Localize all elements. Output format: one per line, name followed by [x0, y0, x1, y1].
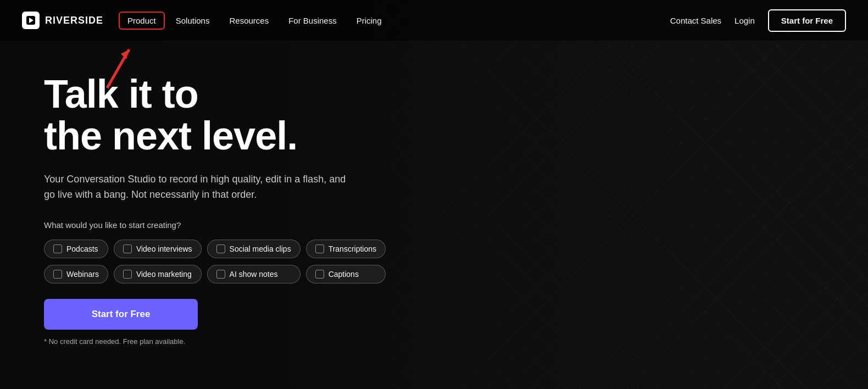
nav-item-product[interactable]: Product	[119, 12, 165, 30]
navbar: RIVERSIDE Product Solutions Resources Fo…	[0, 0, 868, 41]
logo-icon	[22, 12, 40, 29]
checkbox-ai-show-notes[interactable]: AI show notes	[207, 265, 301, 284]
checkbox-box-captions	[315, 270, 324, 279]
checkbox-label-video-marketing: Video marketing	[136, 270, 192, 279]
checkbox-box-social-media-clips	[216, 244, 225, 253]
hero-start-free-button[interactable]: Start for Free	[44, 299, 198, 330]
checkbox-box-webinars	[53, 270, 62, 279]
checkbox-captions[interactable]: Captions	[306, 265, 386, 284]
nav-item-resources[interactable]: Resources	[220, 12, 277, 30]
hero-content: Talk it to the next level. Your Conversa…	[0, 41, 467, 368]
checkbox-podcasts[interactable]: Podcasts	[44, 240, 108, 258]
login-link[interactable]: Login	[735, 16, 755, 25]
checkbox-box-video-interviews	[123, 244, 132, 253]
nav-left: RIVERSIDE Product Solutions Resources Fo…	[22, 12, 670, 30]
contact-sales-link[interactable]: Contact Sales	[670, 16, 721, 25]
hero-headline: Talk it to the next level.	[44, 74, 445, 157]
no-credit-text: * No credit card needed. Free plan avail…	[44, 337, 445, 346]
checkbox-label-captions: Captions	[329, 270, 359, 279]
checkbox-question: What would you like to start creating?	[44, 220, 445, 230]
checkbox-box-video-marketing	[123, 270, 132, 279]
checkbox-box-podcasts	[53, 244, 62, 253]
checkbox-label-transcriptions: Transcriptions	[329, 244, 376, 253]
hero-subtitle: Your Conversation Studio to record in hi…	[44, 172, 352, 203]
nav-item-solutions[interactable]: Solutions	[167, 12, 219, 30]
checkbox-video-interviews[interactable]: Video interviews	[114, 240, 202, 258]
checkbox-transcriptions[interactable]: Transcriptions	[306, 240, 386, 258]
checkboxes-grid: Podcasts Video interviews Social media c…	[44, 240, 386, 284]
checkbox-label-podcasts: Podcasts	[66, 244, 98, 253]
checkbox-label-ai-show-notes: AI show notes	[230, 270, 278, 279]
checkbox-video-marketing[interactable]: Video marketing	[114, 265, 202, 284]
checkbox-label-social-media-clips: Social media clips	[230, 244, 291, 253]
nav-links: Product Solutions Resources For Business…	[119, 12, 391, 30]
nav-item-pricing[interactable]: Pricing	[348, 12, 391, 30]
nav-start-free-button[interactable]: Start for Free	[768, 9, 846, 32]
logo-text: RIVERSIDE	[45, 15, 103, 26]
checkbox-webinars[interactable]: Webinars	[44, 265, 108, 284]
checkbox-social-media-clips[interactable]: Social media clips	[207, 240, 301, 258]
checkbox-box-ai-show-notes	[216, 270, 225, 279]
checkbox-box-transcriptions	[315, 244, 324, 253]
checkbox-label-video-interviews: Video interviews	[136, 244, 192, 253]
logo[interactable]: RIVERSIDE	[22, 12, 103, 29]
checkbox-label-webinars: Webinars	[66, 270, 99, 279]
nav-right: Contact Sales Login Start for Free	[670, 9, 846, 32]
nav-item-for-business[interactable]: For Business	[280, 12, 346, 30]
